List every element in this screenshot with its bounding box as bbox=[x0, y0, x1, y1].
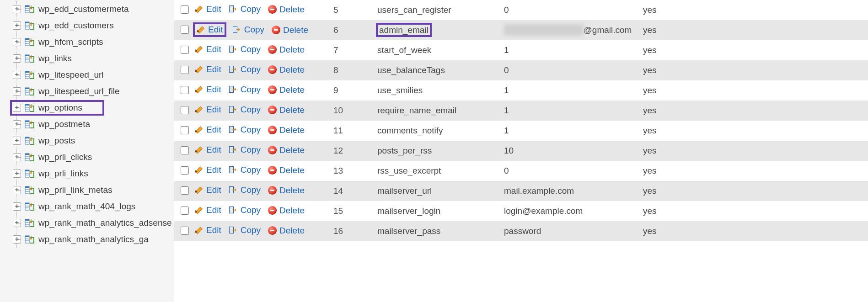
copy-button[interactable]: Copy bbox=[229, 85, 261, 95]
copy-button[interactable]: Copy bbox=[229, 105, 261, 115]
autoload: yes bbox=[643, 221, 868, 241]
copy-button[interactable]: Copy bbox=[229, 125, 261, 135]
sidebar-item-wp_litespeed_url_file[interactable]: +wp_litespeed_url_file bbox=[0, 83, 174, 100]
copy-button[interactable]: Copy bbox=[229, 185, 261, 195]
copy-button-label: Copy bbox=[241, 145, 261, 155]
copy-button[interactable]: Copy bbox=[229, 64, 261, 74]
edit-button-label: Edit bbox=[206, 125, 221, 135]
sidebar-item-wp_litespeed_url[interactable]: +wp_litespeed_url bbox=[0, 67, 174, 83]
delete-button[interactable]: Delete bbox=[272, 25, 308, 35]
delete-button-label: Delete bbox=[279, 85, 305, 95]
option-name: use_smilies bbox=[377, 80, 504, 101]
option-value: 0 bbox=[504, 60, 643, 80]
option-id: 16 bbox=[333, 221, 377, 241]
table-row: EditCopyDelete6admin_email████████████@g… bbox=[174, 20, 868, 40]
row-checkbox[interactable] bbox=[181, 146, 189, 154]
delete-button[interactable]: Delete bbox=[268, 185, 305, 196]
pencil-icon bbox=[194, 145, 204, 154]
sidebar-item-wp_options[interactable]: +wp_options bbox=[0, 100, 174, 116]
pencil-icon bbox=[194, 165, 204, 175]
sidebar-item-wp_prli_link_metas[interactable]: +wp_prli_link_metas bbox=[0, 182, 174, 198]
edit-button[interactable]: Edit bbox=[194, 24, 225, 36]
delete-button[interactable]: Delete bbox=[268, 165, 305, 175]
row-checkbox[interactable] bbox=[181, 5, 189, 14]
table-name-label: wp_rank_math_analytics_ga bbox=[38, 234, 149, 244]
row-checkbox[interactable] bbox=[181, 106, 189, 114]
sidebar-item-wp_hfcm_scripts[interactable]: +wp_hfcm_scripts bbox=[0, 34, 174, 50]
table-name-label: wp_links bbox=[38, 53, 72, 64]
row-checkbox[interactable] bbox=[181, 186, 189, 195]
edit-button-label: Edit bbox=[206, 44, 221, 54]
row-checkbox[interactable] bbox=[181, 126, 189, 134]
edit-button[interactable]: Edit bbox=[194, 145, 221, 155]
svg-rect-1 bbox=[25, 5, 29, 7]
edit-button[interactable]: Edit bbox=[194, 64, 221, 74]
delete-button[interactable]: Delete bbox=[268, 206, 305, 216]
table-row: EditCopyDelete5users_can_register0yes bbox=[174, 0, 868, 20]
copy-icon bbox=[229, 105, 238, 114]
pencil-icon bbox=[194, 5, 204, 14]
copy-icon bbox=[229, 165, 238, 175]
autoload: yes bbox=[643, 60, 868, 80]
sidebar-item-wp_prli_links[interactable]: +wp_prli_links bbox=[0, 165, 174, 182]
edit-button[interactable]: Edit bbox=[194, 225, 221, 235]
sidebar-item-wp_edd_customers[interactable]: +wp_edd_customers bbox=[0, 17, 174, 34]
delete-button[interactable]: Delete bbox=[268, 226, 305, 236]
table-icon bbox=[25, 87, 35, 96]
copy-button[interactable]: Copy bbox=[229, 165, 261, 175]
delete-button[interactable]: Delete bbox=[268, 65, 305, 75]
sidebar-item-wp_rank_math_404_logs[interactable]: +wp_rank_math_404_logs bbox=[0, 198, 174, 215]
delete-button[interactable]: Delete bbox=[268, 145, 305, 155]
autoload: yes bbox=[643, 121, 868, 141]
option-id: 6 bbox=[333, 20, 377, 40]
copy-button[interactable]: Copy bbox=[232, 25, 264, 35]
table-icon bbox=[25, 70, 35, 79]
edit-button[interactable]: Edit bbox=[194, 165, 221, 175]
sidebar-item-wp_rank_math_analytics_ga[interactable]: +wp_rank_math_analytics_ga bbox=[0, 231, 174, 248]
copy-button[interactable]: Copy bbox=[229, 225, 261, 235]
row-checkbox[interactable] bbox=[181, 26, 189, 34]
sidebar-item-wp_posts[interactable]: +wp_posts bbox=[0, 132, 174, 149]
edit-button[interactable]: Edit bbox=[194, 205, 221, 215]
delete-button[interactable]: Delete bbox=[268, 5, 305, 15]
option-name: use_balanceTags bbox=[377, 60, 504, 80]
sidebar-item-wp_rank_math_analytics_adsense[interactable]: +wp_rank_math_analytics_adsense bbox=[0, 215, 174, 231]
copy-button[interactable]: Copy bbox=[229, 145, 261, 155]
edit-button-label: Edit bbox=[206, 105, 221, 115]
delete-button-label: Delete bbox=[279, 105, 305, 115]
copy-button[interactable]: Copy bbox=[229, 44, 261, 54]
sidebar-item-wp_links[interactable]: +wp_links bbox=[0, 50, 174, 67]
autoload: yes bbox=[643, 20, 868, 40]
sidebar-item-wp_prli_clicks[interactable]: +wp_prli_clicks bbox=[0, 149, 174, 165]
edit-button[interactable]: Edit bbox=[194, 85, 221, 95]
edit-button[interactable]: Edit bbox=[194, 4, 221, 14]
edit-button[interactable]: Edit bbox=[194, 185, 221, 195]
delete-button[interactable]: Delete bbox=[268, 85, 305, 95]
table-row: EditCopyDelete14mailserver_urlmail.examp… bbox=[174, 181, 868, 201]
row-checkbox[interactable] bbox=[181, 166, 189, 175]
option-id: 12 bbox=[333, 141, 377, 161]
sidebar-item-wp_edd_customermeta[interactable]: +wp_edd_customermeta bbox=[0, 1, 174, 17]
option-value: 1 bbox=[504, 40, 643, 60]
row-checkbox[interactable] bbox=[181, 86, 189, 94]
edit-button[interactable]: Edit bbox=[194, 125, 221, 135]
row-checkbox[interactable] bbox=[181, 66, 189, 74]
table-row: EditCopyDelete12posts_per_rss10yes bbox=[174, 141, 868, 161]
pencil-icon bbox=[194, 125, 204, 134]
svg-rect-57 bbox=[25, 236, 29, 237]
pencil-icon bbox=[194, 45, 204, 54]
row-checkbox[interactable] bbox=[181, 227, 189, 235]
copy-button[interactable]: Copy bbox=[229, 4, 261, 14]
delete-button[interactable]: Delete bbox=[268, 45, 305, 55]
table-icon bbox=[25, 218, 35, 228]
row-checkbox[interactable] bbox=[181, 207, 189, 215]
copy-button[interactable]: Copy bbox=[229, 205, 261, 215]
edit-button[interactable]: Edit bbox=[194, 44, 221, 54]
delete-button-label: Delete bbox=[279, 65, 305, 75]
delete-button[interactable]: Delete bbox=[268, 105, 305, 115]
row-checkbox[interactable] bbox=[181, 46, 189, 54]
delete-button[interactable]: Delete bbox=[268, 125, 305, 135]
edit-button[interactable]: Edit bbox=[194, 105, 221, 115]
sidebar-item-wp_postmeta[interactable]: +wp_postmeta bbox=[0, 116, 174, 132]
edit-button-label: Edit bbox=[206, 225, 221, 235]
